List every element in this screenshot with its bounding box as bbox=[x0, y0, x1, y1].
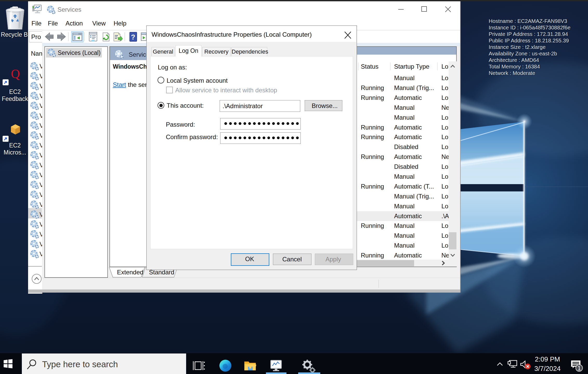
svg-text:1: 1 bbox=[577, 365, 581, 372]
svg-text:?: ? bbox=[131, 33, 135, 41]
